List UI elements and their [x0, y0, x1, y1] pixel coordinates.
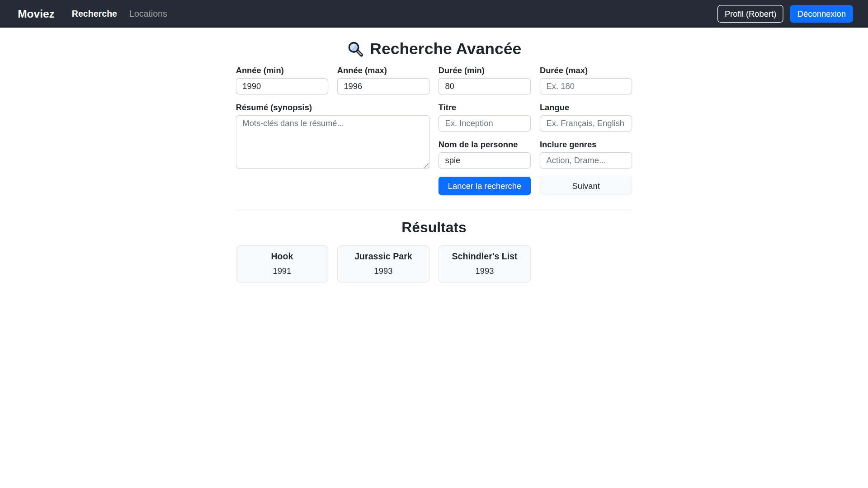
nav-actions: Profil (Robert) Déconnexion: [717, 5, 853, 23]
field-duree-max: Durée (max): [540, 65, 632, 94]
magnifier-icon: [347, 40, 364, 57]
annee-max-input[interactable]: [337, 78, 429, 95]
results-title: Résultats: [236, 219, 632, 236]
movie-year: 1993: [443, 266, 526, 276]
titre-input[interactable]: [439, 115, 531, 132]
field-duree-min: Durée (min): [439, 65, 531, 94]
annee-min-label: Année (min): [236, 65, 328, 75]
main-content: Recherche Avancée Année (min) Année (max…: [0, 28, 868, 282]
brand-logo[interactable]: Moviez: [18, 8, 55, 20]
genres-label: Inclure genres: [540, 140, 632, 150]
page: Moviez Recherche Locations Profil (Rober…: [0, 0, 868, 488]
titre-label: Titre: [439, 103, 531, 113]
movie-card[interactable]: Schindler's List 1993: [439, 245, 531, 282]
profile-button[interactable]: Profil (Robert): [717, 5, 783, 23]
field-annee-max: Année (max): [337, 65, 429, 94]
page-title: Recherche Avancée: [0, 40, 868, 58]
duree-max-label: Durée (max): [540, 65, 632, 75]
resume-textarea[interactable]: [236, 115, 430, 169]
langue-label: Langue: [540, 103, 632, 113]
annee-min-input[interactable]: [236, 78, 328, 95]
page-title-text: Recherche Avancée: [370, 40, 521, 58]
movie-title: Schindler's List: [443, 252, 526, 262]
movie-card[interactable]: Hook 1991: [236, 245, 328, 282]
annee-max-label: Année (max): [337, 65, 429, 75]
nav-item-locations[interactable]: Locations: [129, 9, 167, 19]
advanced-search-form: Année (min) Année (max) Durée (min) Duré…: [236, 65, 632, 195]
movie-title: Hook: [241, 252, 323, 262]
langue-input[interactable]: [540, 115, 632, 132]
movie-card[interactable]: Jurassic Park 1993: [337, 245, 429, 282]
field-genres: Inclure genres: [540, 140, 632, 169]
personne-input[interactable]: [439, 152, 531, 169]
results-divider: [236, 210, 632, 210]
navbar: Moviez Recherche Locations Profil (Rober…: [0, 0, 868, 28]
field-langue: Langue: [540, 103, 632, 132]
next-page-button[interactable]: Suivant: [540, 177, 632, 196]
field-personne: Nom de la personne: [439, 140, 531, 169]
nav-item-recherche[interactable]: Recherche: [72, 9, 117, 19]
results-list: Hook 1991 Jurassic Park 1993 Schindler's…: [236, 245, 632, 282]
search-submit-button[interactable]: Lancer la recherche: [439, 177, 531, 196]
personne-label: Nom de la personne: [439, 140, 531, 150]
field-resume: Résumé (synopsis): [236, 103, 430, 169]
duree-min-input[interactable]: [439, 78, 531, 95]
genres-input[interactable]: [540, 152, 632, 169]
movie-year: 1993: [342, 266, 425, 276]
field-titre: Titre: [439, 103, 531, 132]
movie-year: 1991: [241, 266, 323, 276]
logout-button[interactable]: Déconnexion: [790, 5, 853, 23]
movie-title: Jurassic Park: [342, 252, 425, 262]
field-annee-min: Année (min): [236, 65, 328, 94]
nav-links: Recherche Locations: [72, 9, 717, 19]
duree-max-input[interactable]: [540, 78, 632, 95]
duree-min-label: Durée (min): [439, 65, 531, 75]
resume-label: Résumé (synopsis): [236, 103, 430, 113]
